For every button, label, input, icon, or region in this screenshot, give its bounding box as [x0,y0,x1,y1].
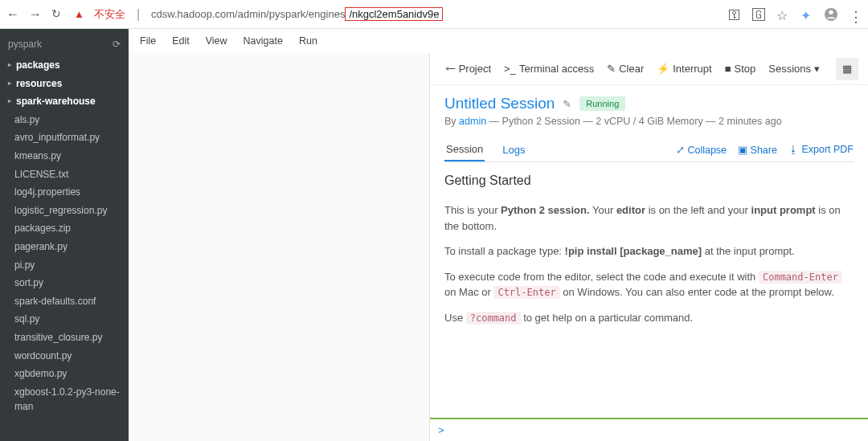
share-button[interactable]: ▣ Share [738,144,777,156]
folder-spark-warehouse[interactable]: ▸spark-warehouse [0,92,129,111]
edit-title-icon[interactable]: ✎ [563,98,571,110]
session-body: Untitled Session ✎ Running By admin — Py… [430,85,868,418]
browser-toolbar: ← → ↻ ▲ 不安全 | cdsw.hadoop.com/admin/pysp… [0,0,868,29]
file-tree-sidebar: pyspark ⟳ ▸packages▸resources▸spark-ware… [0,29,129,441]
tab-logs[interactable]: Logs [501,139,526,161]
file-item[interactable]: transitive_closure.py [0,329,129,347]
file-item[interactable]: log4j.properties [0,183,129,202]
address-bar[interactable]: cdsw.hadoop.com/admin/pyspark/engines /n… [151,7,720,21]
browser-right-icons: ⚿ 🄶 ☆ ✦ ⋮ [728,8,862,21]
refresh-tree-icon[interactable]: ⟳ [113,39,121,50]
file-item[interactable]: logistic_regression.py [0,202,129,220]
extension-icon[interactable]: ✦ [800,8,813,21]
kbd-ctrl-enter: Ctrl-Enter [493,286,559,299]
back-button[interactable]: ← [6,7,19,22]
insecure-icon: ▲ [74,8,84,20]
file-item[interactable]: xgbdemo.py [0,365,129,383]
project-header[interactable]: pyspark ⟳ [0,37,129,56]
file-item[interactable]: kmeans.py [0,147,129,165]
project-link[interactable]: 🡐 Project [445,63,491,75]
file-item[interactable]: sql.py [0,310,129,329]
key-icon[interactable]: ⚿ [728,8,741,21]
session-title: Untitled Session [444,95,555,112]
menu-edit[interactable]: Edit [172,35,190,47]
url-separator: | [137,7,140,22]
collapse-button[interactable]: ⤢ Collapse [676,144,727,156]
session-user-link[interactable]: admin [459,116,486,127]
kbd-help-command: ?command [466,312,521,325]
getting-started-content: Getting Started This is your Python 2 se… [444,162,854,335]
session-tabs: Session Logs ⤢ Collapse ▣ Share ⭳ Export… [444,138,854,162]
folder-resources[interactable]: ▸resources [0,75,129,93]
clear-button[interactable]: ✎ Clear [607,63,644,75]
main-panes: File Edit View Navigate Run 🡐 Project >_… [129,29,868,441]
insecure-label: 不安全 [94,7,125,22]
input-prompt[interactable]: > [430,418,868,441]
url-highlighted-segment: /nkgcl2em5anidv9e [345,7,443,21]
editor-menubar: File Edit View Navigate Run [129,29,868,53]
status-badge: Running [579,96,625,111]
tab-session[interactable]: Session [444,138,485,161]
file-item[interactable]: pagerank.py [0,238,129,256]
terminal-access-button[interactable]: >_ Terminal access [504,63,594,75]
menu-view[interactable]: View [206,35,227,47]
session-byline: By admin — Python 2 Session — 2 vCPU / 4… [444,116,854,127]
star-icon[interactable]: ☆ [776,8,789,21]
file-item[interactable]: als.py [0,111,129,129]
kbd-command-enter: Command-Enter [759,271,842,284]
menu-kebab-icon[interactable]: ⋮ [849,8,862,21]
translate-icon[interactable]: 🄶 [752,8,765,21]
editor-session-split: 🡐 Project >_ Terminal access ✎ Clear ⚡ I… [129,53,868,441]
sessions-dropdown[interactable]: Sessions ▾ [768,63,820,75]
stop-button[interactable]: ■ Stop [725,63,756,75]
profile-avatar[interactable] [825,8,837,21]
grid-view-button[interactable]: ▦ [836,58,858,80]
file-item[interactable]: wordcount.py [0,347,129,365]
file-item[interactable]: spark-defaults.conf [0,292,129,311]
svg-point-0 [829,10,833,14]
menu-navigate[interactable]: Navigate [244,35,283,47]
code-editor[interactable] [129,53,430,441]
folder-packages[interactable]: ▸packages [0,56,129,75]
file-item[interactable]: sort.py [0,274,129,292]
reload-button[interactable]: ↻ [51,7,61,22]
file-item[interactable]: xgboost-1.0.2-py3-none-man [0,383,129,416]
file-item[interactable]: avro_inputformat.py [0,129,129,147]
file-item[interactable]: packages.zip [0,219,129,238]
file-item[interactable]: pi.py [0,256,129,275]
forward-button[interactable]: → [29,7,42,22]
getting-started-heading: Getting Started [444,174,854,188]
menu-file[interactable]: File [140,35,156,47]
menu-run[interactable]: Run [299,35,317,47]
export-pdf-button[interactable]: ⭳ Export PDF [788,144,854,156]
project-name: pyspark [8,39,42,50]
workspace: pyspark ⟳ ▸packages▸resources▸spark-ware… [0,29,868,441]
interrupt-button[interactable]: ⚡ Interrupt [657,63,711,75]
session-panel: 🡐 Project >_ Terminal access ✎ Clear ⚡ I… [430,53,868,441]
nav-controls: ← → ↻ [6,7,61,22]
session-toolbar: 🡐 Project >_ Terminal access ✎ Clear ⚡ I… [430,53,868,85]
url-path: cdsw.hadoop.com/admin/pyspark/engines [151,8,345,20]
file-item[interactable]: LICENSE.txt [0,165,129,184]
